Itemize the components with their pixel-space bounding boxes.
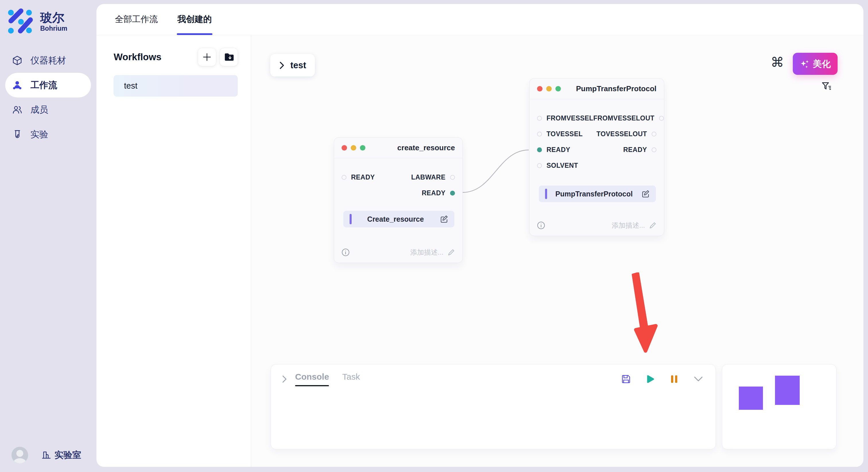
port-label: READY — [547, 146, 570, 154]
port-label: TOVESSEL — [547, 130, 583, 138]
input-port-dot[interactable] — [537, 147, 542, 152]
tab-task[interactable]: Task — [342, 372, 360, 386]
sidebar-item-experiments[interactable]: 实验 — [0, 122, 96, 147]
port-label: READY — [351, 173, 375, 181]
node-header: PumpTransferProtocol — [530, 78, 664, 99]
output-port-dot[interactable] — [450, 191, 455, 196]
app-sidebar: 玻尔 Bohrium 仪器耗材 工作流 — [0, 0, 96, 472]
node-footer: 添加描述... — [342, 248, 455, 257]
node-footer: 添加描述... — [537, 221, 656, 230]
save-button[interactable] — [620, 373, 632, 385]
bohrium-logo-icon — [7, 7, 36, 36]
workspace-switcher[interactable]: 实验室 — [41, 449, 81, 461]
port-label: READY — [623, 146, 647, 154]
main-content-card: 全部工作流 我创建的 Workflows — [96, 4, 863, 467]
tab-label: 我创建的 — [177, 14, 212, 24]
active-tab-underline — [177, 33, 212, 35]
traffic-light-dots — [537, 86, 561, 92]
port-label: SOLVENT — [547, 162, 578, 169]
brand-name-zh: 玻尔 — [40, 11, 67, 24]
play-icon — [645, 374, 655, 384]
add-workflow-button[interactable] — [198, 48, 216, 66]
workflow-canvas[interactable]: test create_resource READY — [251, 36, 863, 467]
port-label: LABWARE — [411, 173, 446, 181]
sparkles-icon — [800, 59, 809, 69]
workflow-list: test — [114, 75, 238, 97]
sidebar-item-instruments[interactable]: 仪器耗材 — [0, 48, 96, 73]
node-title: PumpTransferProtocol — [576, 84, 656, 93]
output-port-dot[interactable] — [450, 175, 455, 180]
port-label: TOVESSELOUT — [596, 130, 647, 138]
run-button[interactable] — [644, 373, 656, 385]
node-action-pill[interactable]: PumpTransferProtocol — [539, 186, 656, 202]
tab-label: Console — [295, 372, 329, 381]
chevron-down-icon — [693, 376, 704, 382]
experiment-icon — [11, 129, 23, 140]
sidebar-item-label: 仪器耗材 — [30, 55, 66, 67]
sidebar-item-label: 成员 — [30, 104, 48, 116]
command-shortcuts-icon[interactable]: ⌘ — [771, 56, 784, 69]
port-label: FROMVESSEL — [547, 114, 593, 122]
node-pump-transfer-protocol[interactable]: PumpTransferProtocol FROMVESSEL FROMVESS… — [529, 78, 664, 236]
import-workflow-button[interactable] — [220, 48, 238, 66]
input-port-dot[interactable] — [537, 132, 542, 136]
expand-chevron-icon[interactable] — [281, 375, 288, 383]
pencil-icon[interactable] — [649, 222, 656, 229]
tab-console[interactable]: Console — [295, 372, 329, 386]
sidebar-item-label: 实验 — [30, 129, 48, 140]
tab-my-created[interactable]: 我创建的 — [177, 13, 212, 35]
workspace-label: 实验室 — [55, 449, 81, 461]
node-action-pill[interactable]: Create_resource — [343, 211, 454, 227]
sidebar-item-members[interactable]: 成员 — [0, 98, 96, 122]
pause-button[interactable] — [669, 373, 680, 385]
edit-icon[interactable] — [439, 215, 448, 224]
console-panel: Console Task — [271, 364, 716, 449]
description-placeholder[interactable]: 添加描述... — [612, 221, 645, 230]
workflow-list-item[interactable]: test — [114, 75, 238, 97]
breadcrumb-label: test — [290, 60, 306, 71]
pill-accent-bar — [350, 214, 352, 224]
pencil-icon[interactable] — [447, 248, 455, 256]
input-port-dot[interactable] — [342, 175, 346, 180]
output-port-dot[interactable] — [659, 116, 664, 121]
input-port-dot[interactable] — [537, 163, 542, 168]
info-icon[interactable] — [537, 222, 545, 229]
beautify-label: 美化 — [813, 58, 831, 70]
canvas-breadcrumb[interactable]: test — [270, 54, 315, 76]
console-tab-underline — [295, 385, 329, 386]
tab-label: Task — [342, 372, 360, 381]
input-port-dot[interactable] — [537, 116, 542, 121]
edge-create-resource-to-pump — [463, 150, 529, 193]
workflow-icon — [11, 79, 23, 91]
info-icon[interactable] — [342, 248, 350, 256]
collapse-panel-button[interactable] — [693, 373, 704, 385]
pill-label: PumpTransferProtocol — [547, 190, 641, 198]
description-placeholder[interactable]: 添加描述... — [410, 248, 443, 257]
workflows-panel-title: Workflows — [114, 52, 161, 63]
tab-label: 全部工作流 — [115, 14, 158, 24]
sidebar-item-label: 工作流 — [30, 79, 57, 91]
beautify-button[interactable]: 美化 — [793, 53, 838, 75]
output-port-dot[interactable] — [652, 132, 656, 136]
floppy-icon — [621, 374, 631, 384]
port-label: READY — [422, 189, 445, 197]
minimap-node — [739, 386, 763, 410]
pill-label: Create_resource — [352, 215, 439, 224]
edit-icon[interactable] — [641, 190, 650, 198]
pill-accent-bar — [545, 189, 547, 199]
sidebar-item-workflows[interactable]: 工作流 — [5, 73, 91, 98]
chevron-right-icon — [279, 61, 285, 70]
members-icon — [11, 104, 23, 115]
brand-logo: 玻尔 Bohrium — [0, 0, 96, 36]
traffic-light-dots — [342, 145, 365, 150]
output-port-dot[interactable] — [652, 147, 656, 152]
brand-name-en: Bohrium — [40, 25, 67, 32]
user-avatar[interactable] — [11, 447, 28, 463]
node-create-resource[interactable]: create_resource READY LABWARE — [334, 137, 463, 263]
sidebar-menu: 仪器耗材 工作流 成员 — [0, 48, 96, 147]
filter-icon[interactable] — [821, 81, 832, 93]
package-icon — [11, 55, 23, 66]
annotation-arrow — [629, 272, 663, 359]
tab-all-workflows[interactable]: 全部工作流 — [114, 13, 158, 35]
canvas-minimap[interactable] — [722, 364, 836, 449]
